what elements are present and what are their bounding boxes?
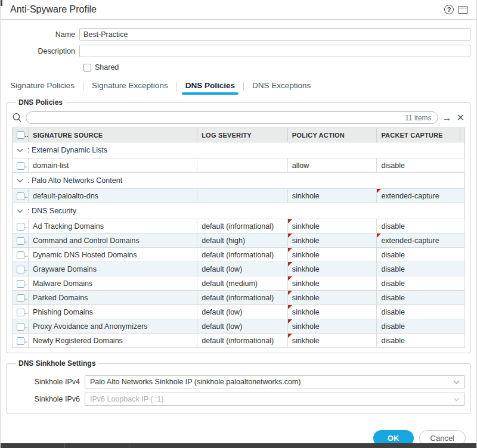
cell-policy-action[interactable]: sinkhole: [287, 276, 377, 291]
cell-log-severity[interactable]: default (informational): [197, 248, 288, 262]
cell-log-severity[interactable]: default (low): [197, 262, 288, 276]
background-page-fragment: [1, 0, 2, 6]
row-checkbox[interactable]: [17, 294, 24, 302]
dialog-title: Anti-Spyware Profile: [10, 4, 97, 15]
description-input[interactable]: [79, 45, 470, 57]
table-row: Grayware Domainsdefault (low)sinkholedis…: [13, 262, 465, 276]
sinkhole-ipv6-value: IPv6 Loopback IP (::1): [90, 395, 163, 403]
table-toolbar: 11 items → ✕: [12, 111, 465, 124]
row-checkbox[interactable]: [17, 337, 24, 345]
cell-signature-source: Grayware Domains: [29, 262, 197, 276]
shared-checkbox[interactable]: [83, 64, 91, 71]
shared-label: Shared: [95, 63, 119, 71]
cell-policy-action[interactable]: sinkhole: [287, 319, 377, 334]
cell-policy-action[interactable]: allow: [287, 158, 377, 173]
cell-signature-source: default-paloalto-dns: [29, 189, 197, 203]
cell-policy-action[interactable]: sinkhole: [287, 189, 377, 203]
cell-packet-capture[interactable]: extended-capture: [377, 234, 465, 248]
table-row: Dynamic DNS Hosted Domainsdefault (infor…: [13, 248, 465, 262]
cell-packet-capture[interactable]: disable: [377, 262, 465, 276]
cell-log-severity[interactable]: [197, 158, 288, 173]
cell-log-severity[interactable]: default (low): [197, 305, 288, 319]
modified-flag-icon: [377, 189, 381, 193]
background-page-strip: [1, 443, 476, 448]
cell-log-severity[interactable]: default (low): [197, 319, 288, 334]
row-checkbox[interactable]: [17, 192, 24, 200]
name-input[interactable]: [79, 28, 470, 41]
cell-signature-source: Parked Domains: [29, 291, 197, 305]
anti-spyware-profile-dialog: Anti-Spyware Profile ? Name Description …: [0, 0, 477, 448]
search-icon[interactable]: [12, 113, 22, 123]
row-checkbox[interactable]: [17, 251, 24, 259]
table-row: Newly Registered Domainsdefault (informa…: [13, 334, 465, 348]
apply-filter-arrow-icon[interactable]: →: [442, 113, 453, 123]
tab-signature-exceptions[interactable]: Signature Exceptions: [92, 80, 168, 95]
table-header-row: SIGNATURE SOURCE LOG SEVERITY POLICY ACT…: [13, 128, 465, 142]
table-row: Parked Domainsdefault (informational)sin…: [13, 291, 465, 305]
cell-log-severity[interactable]: default (informational): [197, 219, 288, 234]
scrollbar-gutter: [460, 128, 464, 142]
sinkhole-ipv6-select[interactable]: IPv6 Loopback IP (::1): [85, 393, 465, 406]
modified-flag-icon: [288, 219, 292, 223]
tab-signature-policies[interactable]: Signature Policies: [10, 80, 75, 95]
dns-sinkhole-settings-legend: DNS Sinkhole Settings: [16, 359, 98, 368]
group-collapse-chevron-icon[interactable]: [17, 209, 23, 213]
dns-policies-tbody: : External Dynamic Listsdomain-listallow…: [13, 142, 465, 348]
row-checkbox[interactable]: [17, 280, 24, 288]
row-checkbox[interactable]: [17, 237, 24, 245]
row-checkbox[interactable]: [17, 223, 24, 231]
window-dock-icon[interactable]: [458, 6, 468, 14]
cell-packet-capture[interactable]: extended-capture: [377, 189, 465, 203]
column-header-log-severity[interactable]: LOG SEVERITY: [197, 128, 288, 142]
cell-policy-action[interactable]: sinkhole: [287, 248, 377, 262]
cell-policy-action[interactable]: sinkhole: [287, 305, 377, 319]
row-checkbox[interactable]: [17, 323, 24, 331]
tab-separator: [243, 82, 244, 91]
sinkhole-ipv4-select[interactable]: Palo Alto Networks Sinkhole IP (sinkhole…: [85, 375, 465, 388]
dialog-titlebar: Anti-Spyware Profile ?: [1, 0, 476, 20]
tab-dns-policies[interactable]: DNS Policies: [185, 80, 235, 95]
cell-packet-capture[interactable]: disable: [377, 334, 465, 348]
cell-packet-capture[interactable]: disable: [377, 248, 465, 262]
select-all-checkbox[interactable]: [17, 131, 24, 139]
cell-packet-capture[interactable]: disable: [377, 158, 465, 173]
tab-separator: [83, 82, 83, 91]
cell-packet-capture[interactable]: disable: [377, 276, 465, 291]
cell-log-severity[interactable]: default (medium): [197, 276, 288, 291]
sinkhole-ipv4-value: Palo Alto Networks Sinkhole IP (sinkhole…: [90, 378, 301, 386]
row-checkbox[interactable]: [17, 162, 24, 170]
cell-packet-capture[interactable]: disable: [377, 291, 465, 305]
cell-log-severity[interactable]: [197, 189, 288, 203]
table-group-row: : External Dynamic Lists: [13, 142, 465, 158]
cell-packet-capture[interactable]: disable: [377, 219, 465, 234]
cell-policy-action[interactable]: sinkhole: [287, 219, 377, 234]
modified-flag-icon: [288, 262, 292, 266]
modified-flag-icon: [288, 319, 292, 323]
row-checkbox[interactable]: [17, 309, 24, 316]
group-collapse-chevron-icon[interactable]: [17, 179, 23, 183]
cell-packet-capture[interactable]: disable: [377, 305, 465, 319]
group-collapse-chevron-icon[interactable]: [17, 148, 23, 153]
cell-policy-action[interactable]: sinkhole: [287, 262, 377, 276]
row-checkbox[interactable]: [17, 266, 24, 273]
cell-policy-action[interactable]: sinkhole: [287, 291, 377, 305]
column-header-packet-capture[interactable]: PACKET CAPTURE: [377, 128, 460, 142]
group-label: : Palo Alto Networks Content: [27, 176, 122, 185]
table-row: Phishing Domainsdefault (low)sinkholedis…: [13, 305, 465, 319]
cell-policy-action[interactable]: sinkhole: [287, 334, 377, 348]
help-icon[interactable]: ?: [444, 5, 454, 14]
cell-signature-source: domain-list: [29, 158, 197, 173]
cell-log-severity[interactable]: default (high): [197, 234, 288, 248]
cell-packet-capture[interactable]: disable: [377, 319, 465, 334]
cell-log-severity[interactable]: default (informational): [197, 334, 288, 348]
cell-log-severity[interactable]: default (informational): [197, 291, 288, 305]
cell-signature-source: Ad Tracking Domains: [29, 219, 197, 234]
cell-policy-action[interactable]: sinkhole: [287, 234, 377, 248]
table-group-row: : Palo Alto Networks Content: [13, 173, 465, 189]
column-header-policy-action[interactable]: POLICY ACTION: [287, 128, 377, 142]
filter-input[interactable]: [32, 114, 405, 122]
column-header-signature-source[interactable]: SIGNATURE SOURCE: [29, 128, 197, 142]
tab-dns-exceptions[interactable]: DNS Exceptions: [252, 80, 311, 95]
items-count-badge: 11 items: [405, 114, 431, 122]
clear-filter-icon[interactable]: ✕: [456, 113, 465, 123]
